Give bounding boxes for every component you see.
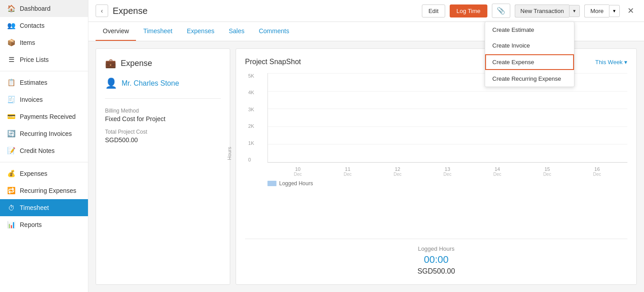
- x-label-16-dec: 16 Dec: [576, 166, 618, 177]
- contacts-icon: 👥: [7, 22, 15, 30]
- total-cost-value: SGD500.00: [105, 136, 221, 144]
- sidebar-item-credit-notes[interactable]: 📝 Credit Notes: [0, 142, 88, 159]
- sidebar-item-estimates[interactable]: 📋 Estimates: [0, 74, 88, 91]
- x-label-15-dec: 15 Dec: [526, 166, 569, 177]
- log-time-button[interactable]: Log Time: [450, 4, 487, 17]
- sidebar-item-recurring-invoices[interactable]: 🔄 Recurring Invoices: [0, 125, 88, 142]
- person-icon: 👤: [105, 78, 117, 89]
- recurring-expenses-icon: 🔁: [7, 187, 15, 195]
- sidebar-item-invoices[interactable]: 🧾 Invoices: [0, 91, 88, 108]
- sidebar-label-reports: Reports: [20, 221, 42, 228]
- dashboard-icon: 🏠: [7, 4, 15, 13]
- credit-notes-icon: 📝: [7, 147, 15, 155]
- new-transaction-arrow[interactable]: ▾: [569, 5, 580, 17]
- dropdown-create-recurring-expense[interactable]: Create Recurring Expense: [485, 71, 574, 87]
- tab-timesheet[interactable]: Timesheet: [136, 22, 180, 41]
- billing-method-label: Billing Method: [105, 108, 221, 114]
- tab-overview[interactable]: Overview: [96, 22, 136, 41]
- legend-color-logged-hours: [267, 181, 276, 186]
- payments-icon: 💳: [7, 113, 15, 121]
- dropdown-create-estimate[interactable]: Create Estimate: [485, 22, 574, 38]
- expenses-icon: 💰: [7, 170, 15, 178]
- main-content: ‹ Expense Edit Log Time 📎 New Transactio…: [88, 0, 644, 292]
- sidebar-label-items: Items: [20, 39, 35, 46]
- reports-icon: 📊: [7, 221, 15, 229]
- attach-button[interactable]: 📎: [492, 4, 510, 18]
- billing-method-value: Fixed Cost for Project: [105, 115, 221, 122]
- more-split: More ▾: [584, 4, 620, 17]
- left-panel: 💼 Expense 👤 Mr. Charles Stone Billing Me…: [96, 48, 230, 285]
- sidebar-item-price-lists[interactable]: ☰ Price Lists: [0, 51, 88, 68]
- new-transaction-button[interactable]: New Transaction: [515, 4, 570, 17]
- sidebar-label-recurring-invoices: Recurring Invoices: [20, 130, 72, 137]
- total-cost-label: Total Project Cost: [105, 129, 221, 135]
- logged-hours-label: Logged Hours: [418, 245, 455, 252]
- more-button[interactable]: More: [584, 4, 609, 17]
- new-transaction-split: New Transaction ▾: [515, 4, 580, 17]
- this-week-label: This Week: [595, 59, 622, 65]
- snapshot-title: Project SnapShot: [245, 58, 301, 66]
- logged-hours-value: 00:00: [424, 254, 448, 266]
- briefcase-icon: 💼: [105, 58, 116, 69]
- back-button[interactable]: ‹: [96, 4, 108, 17]
- cost-value: SGD500.00: [417, 267, 455, 275]
- x-label-12-dec: 12 Dec: [376, 166, 419, 177]
- person-name-link[interactable]: Mr. Charles Stone: [122, 79, 179, 87]
- sidebar-item-dashboard[interactable]: 🏠 Dashboard: [0, 0, 88, 17]
- sidebar-divider-2: [0, 162, 88, 162]
- sidebar-item-recurring-expenses[interactable]: 🔁 Recurring Expenses: [0, 182, 88, 199]
- project-type-section: 💼 Expense: [105, 58, 221, 69]
- billing-method-section: Billing Method Fixed Cost for Project: [105, 108, 221, 122]
- items-icon: 📦: [7, 39, 15, 47]
- estimates-icon: 📋: [7, 78, 15, 87]
- y-label-4k: 4K: [248, 90, 254, 95]
- sidebar-label-dashboard: Dashboard: [20, 5, 51, 12]
- tab-sales[interactable]: Sales: [222, 22, 252, 41]
- y-label-0: 0: [248, 157, 254, 162]
- invoices-icon: 🧾: [7, 96, 15, 104]
- sidebar-label-contacts: Contacts: [20, 22, 44, 29]
- tab-comments[interactable]: Comments: [252, 22, 297, 41]
- edit-button[interactable]: Edit: [422, 4, 445, 17]
- toolbar: ‹ Expense Edit Log Time 📎 New Transactio…: [88, 0, 644, 22]
- sidebar-label-timesheet: Timesheet: [20, 204, 49, 211]
- project-type-label: Expense: [121, 59, 152, 68]
- y-label-5k: 5K: [248, 73, 254, 78]
- tab-expenses[interactable]: Expenses: [180, 22, 221, 41]
- sidebar-label-expenses: Expenses: [20, 170, 47, 177]
- price-lists-icon: ☰: [7, 56, 15, 64]
- right-panel: Project SnapShot This Week ▾ Hours 0 1K …: [236, 48, 637, 285]
- x-label-10-dec: 10 Dec: [276, 166, 319, 177]
- sidebar-label-credit-notes: Credit Notes: [20, 147, 55, 154]
- x-label-14-dec: 14 Dec: [476, 166, 519, 177]
- this-week-button[interactable]: This Week ▾: [595, 59, 627, 65]
- legend-label-logged-hours: Logged Hours: [279, 180, 313, 187]
- sidebar-item-expenses[interactable]: 💰 Expenses: [0, 165, 88, 182]
- dropdown-create-expense[interactable]: Create Expense: [485, 54, 574, 70]
- sidebar-item-reports[interactable]: 📊 Reports: [0, 216, 88, 233]
- sidebar-label-invoices: Invoices: [20, 96, 43, 103]
- more-arrow[interactable]: ▾: [609, 5, 620, 17]
- sidebar-item-timesheet[interactable]: ⏱ Timesheet: [0, 199, 88, 216]
- dropdown-create-invoice[interactable]: Create Invoice: [485, 38, 574, 53]
- stats-section: Logged Hours 00:00 SGD500.00: [245, 239, 627, 275]
- sidebar-item-contacts[interactable]: 👥 Contacts: [0, 17, 88, 34]
- sidebar-label-recurring-expenses: Recurring Expenses: [20, 187, 76, 194]
- sidebar-label-price-lists: Price Lists: [20, 56, 49, 63]
- new-transaction-dropdown: Create Estimate Create Invoice Create Ex…: [485, 22, 574, 87]
- close-button[interactable]: ✕: [624, 4, 637, 17]
- total-cost-section: Total Project Cost SGD500.00: [105, 129, 221, 144]
- timesheet-icon: ⏱: [7, 204, 15, 212]
- x-label-11-dec: 11 Dec: [326, 166, 369, 177]
- hours-axis-label: Hours: [227, 147, 232, 160]
- sidebar-label-estimates: Estimates: [20, 79, 47, 86]
- y-label-3k: 3K: [248, 107, 254, 112]
- chart-legend: Logged Hours: [267, 180, 627, 187]
- sidebar-item-payments-received[interactable]: 💳 Payments Received: [0, 108, 88, 125]
- y-label-2k: 2K: [248, 123, 254, 129]
- page-title: Expense: [113, 6, 417, 16]
- x-axis-labels: 10 Dec 11 Dec 12 Dec 13 Dec: [267, 165, 627, 177]
- sidebar-item-items[interactable]: 📦 Items: [0, 34, 88, 51]
- x-label-13-dec: 13 Dec: [426, 166, 469, 177]
- sidebar: 🏠 Dashboard 👥 Contacts 📦 Items ☰ Price L…: [0, 0, 88, 292]
